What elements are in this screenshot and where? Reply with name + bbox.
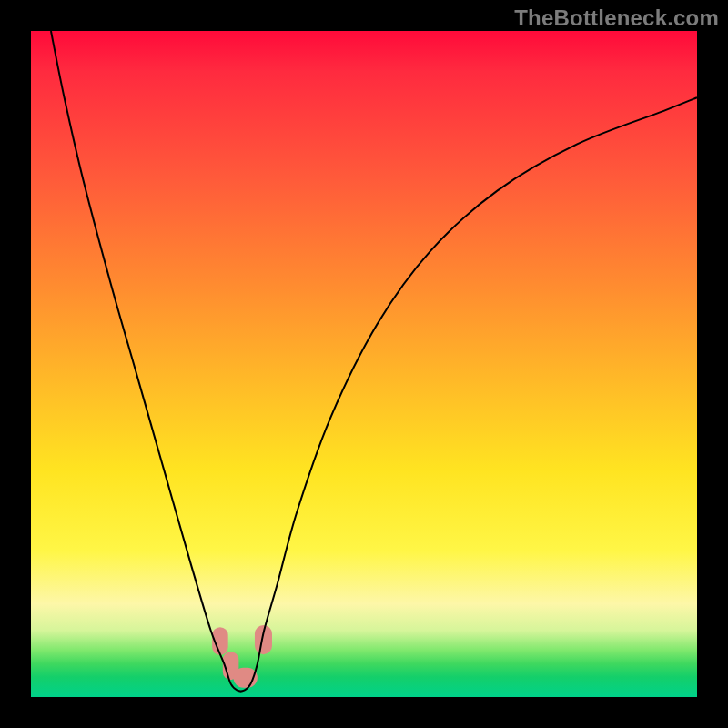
chart-frame: TheBottleneck.com bbox=[0, 0, 728, 728]
watermark-text: TheBottleneck.com bbox=[514, 5, 719, 31]
plot-area bbox=[31, 31, 697, 697]
chart-svg bbox=[31, 31, 697, 697]
curve-path bbox=[51, 31, 697, 692]
